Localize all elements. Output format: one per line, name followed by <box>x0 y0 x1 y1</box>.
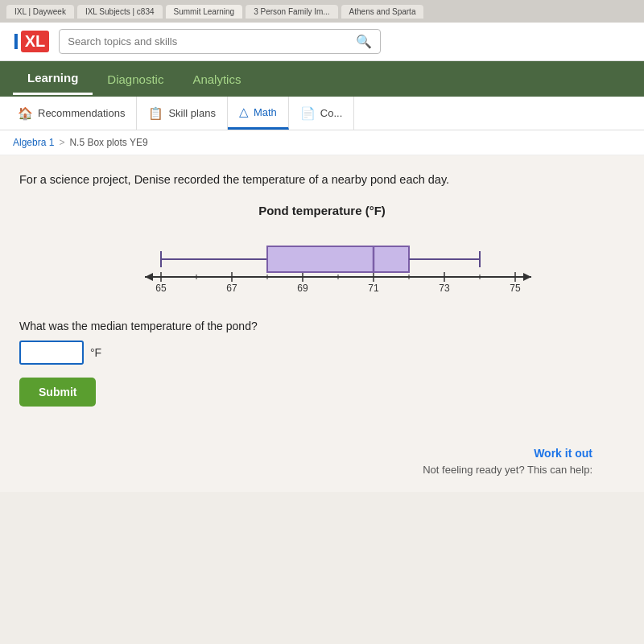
answer-label: What was the median temperature of the p… <box>19 320 625 332</box>
sub-nav-recommendations[interactable]: 🏠 Recommendations <box>6 97 137 130</box>
sub-nav-math[interactable]: △ Math <box>228 97 289 130</box>
tab-1[interactable]: IXL | Dayweek <box>6 5 74 19</box>
svg-marker-1 <box>145 273 153 281</box>
breadcrumb-parent[interactable]: Algebra 1 <box>13 137 54 148</box>
nav-item-learning[interactable]: Learning <box>13 63 93 95</box>
search-icon: 🔍 <box>356 34 372 49</box>
svg-text:65: 65 <box>155 283 167 294</box>
tab-3-active[interactable]: Summit Learning <box>166 5 243 19</box>
browser-tabs: IXL | Dayweek IXL Subjects | c834 Summit… <box>0 0 644 23</box>
breadcrumb: Algebra 1 > N.5 Box plots YE9 <box>0 130 644 155</box>
sub-nav-recommendations-label: Recommendations <box>38 107 125 119</box>
svg-text:71: 71 <box>368 283 379 294</box>
temperature-input[interactable] <box>19 341 84 365</box>
sub-nav-math-label: Math <box>254 106 277 118</box>
tab-2[interactable]: IXL Subjects | c834 <box>77 5 163 19</box>
math-icon: △ <box>239 105 249 119</box>
search-bar[interactable]: 🔍 <box>59 29 381 54</box>
svg-text:75: 75 <box>510 283 521 294</box>
search-input[interactable] <box>68 35 356 47</box>
sub-nav-co-label: Co... <box>320 107 342 119</box>
breadcrumb-separator: > <box>59 137 64 148</box>
logo-bracket: I <box>13 31 19 53</box>
main-content: For a science project, Denise recorded t… <box>0 155 644 492</box>
answer-section: What was the median temperature of the p… <box>19 320 625 423</box>
question-text: For a science project, Denise recorded t… <box>19 171 625 189</box>
skill-plans-icon: 📋 <box>148 106 163 121</box>
unit-label: °F <box>90 346 101 359</box>
tab-5[interactable]: Athens and Sparta <box>341 5 424 19</box>
submit-button[interactable]: Submit <box>19 378 96 407</box>
sub-nav: 🏠 Recommendations 📋 Skill plans △ Math 📄… <box>0 97 644 130</box>
tab-4[interactable]: 3 Person Family Im... <box>246 5 337 19</box>
svg-marker-2 <box>523 273 531 281</box>
sub-nav-co[interactable]: 📄 Co... <box>289 97 354 130</box>
svg-rect-22 <box>267 246 409 272</box>
box-plot-container: 65 67 69 71 73 75 <box>113 229 531 303</box>
work-it-out-link[interactable]: Work it out <box>19 447 592 460</box>
main-nav: Learning Diagnostic Analytics <box>0 61 644 97</box>
work-it-out-section: Work it out Not feeling ready yet? This … <box>19 447 625 476</box>
not-ready-text: Not feeling ready yet? This can help: <box>423 464 592 476</box>
svg-text:73: 73 <box>439 283 450 294</box>
chart-title: Pond temperature (°F) <box>19 204 625 217</box>
svg-text:67: 67 <box>226 283 237 294</box>
recommendations-icon: 🏠 <box>18 106 33 121</box>
sub-nav-skill-plans-label: Skill plans <box>168 107 216 119</box>
box-plot-svg: 65 67 69 71 73 75 <box>129 229 547 301</box>
sub-nav-skill-plans[interactable]: 📋 Skill plans <box>137 97 228 130</box>
answer-input-row: °F <box>19 341 625 365</box>
co-icon: 📄 <box>300 106 316 121</box>
ixl-header: I XL 🔍 <box>0 23 644 61</box>
logo-text: XL <box>21 31 50 52</box>
nav-item-analytics[interactable]: Analytics <box>178 64 255 94</box>
svg-text:69: 69 <box>297 283 308 294</box>
ixl-logo[interactable]: I XL <box>13 31 49 53</box>
breadcrumb-current: N.5 Box plots YE9 <box>69 137 147 148</box>
nav-item-diagnostic[interactable]: Diagnostic <box>93 64 178 94</box>
